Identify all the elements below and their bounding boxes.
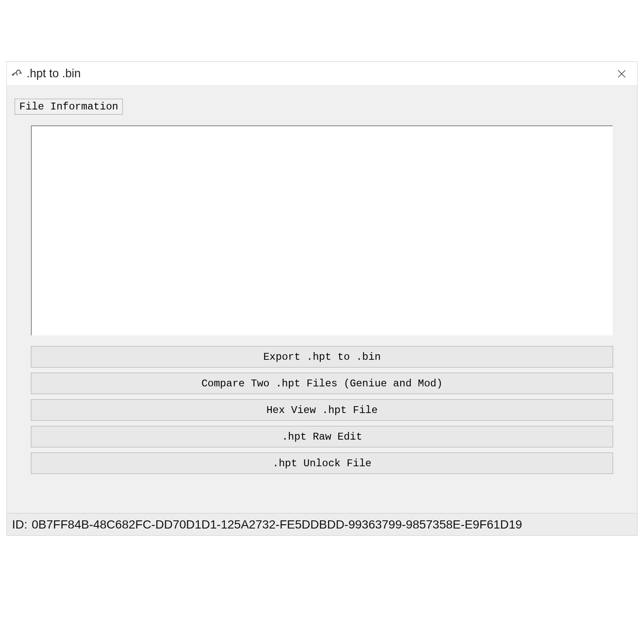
unlock-button[interactable]: .hpt Unlock File bbox=[31, 453, 613, 474]
hex-view-button[interactable]: Hex View .hpt File bbox=[31, 399, 613, 421]
title-bar: .hpt to .bin bbox=[7, 62, 637, 86]
client-area: File Information Export .hpt to .bin Com… bbox=[7, 86, 637, 513]
window-title: .hpt to .bin bbox=[27, 67, 81, 80]
content-panel: Export .hpt to .bin Compare Two .hpt Fil… bbox=[31, 125, 613, 474]
status-bar: ID: 0B7FF84B-48C682FC-DD70D1D1-125A2732-… bbox=[7, 513, 637, 535]
close-icon bbox=[617, 69, 626, 79]
close-button[interactable] bbox=[613, 65, 630, 82]
app-icon bbox=[11, 68, 22, 79]
export-button[interactable]: Export .hpt to .bin bbox=[31, 346, 613, 368]
button-stack: Export .hpt to .bin Compare Two .hpt Fil… bbox=[31, 346, 613, 474]
id-value: 0B7FF84B-48C682FC-DD70D1D1-125A2732-FE5D… bbox=[32, 518, 522, 532]
compare-button[interactable]: Compare Two .hpt Files (Geniue and Mod) bbox=[31, 373, 613, 394]
raw-edit-button[interactable]: .hpt Raw Edit bbox=[31, 426, 613, 447]
file-info-textbox[interactable] bbox=[31, 125, 613, 336]
app-window: .hpt to .bin File Information Export .hp… bbox=[6, 61, 638, 536]
id-label: ID: bbox=[12, 518, 27, 532]
tab-file-information[interactable]: File Information bbox=[15, 99, 123, 115]
